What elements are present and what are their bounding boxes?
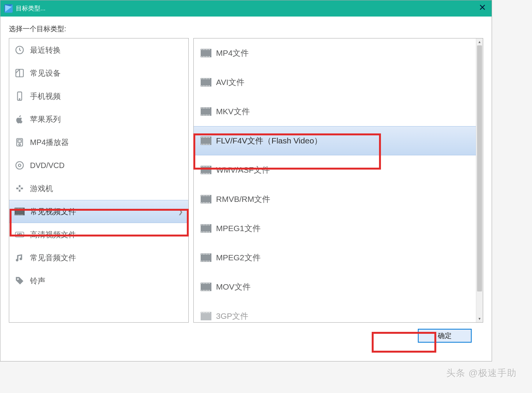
file-mkv[interactable]: MKV文件 [194,97,483,126]
svg-rect-77 [206,137,207,138]
tag-icon [15,276,25,286]
scroll-thumb[interactable] [477,45,482,291]
svg-rect-44 [206,56,207,57]
svg-rect-81 [203,144,204,145]
svg-rect-78 [208,137,208,138]
svg-rect-115 [204,225,205,225]
category-label: 常见音频文件 [30,253,76,263]
svg-rect-41 [201,56,202,57]
svg-rect-131 [209,254,210,255]
svg-rect-68 [203,115,204,115]
scroll-up-icon[interactable]: ▲ [476,38,483,45]
devices-icon [15,68,25,78]
scrollbar[interactable]: ▲ ▼ [476,38,483,322]
svg-rect-129 [206,254,207,255]
category-mp4player[interactable]: MP4播放器 [9,131,188,154]
svg-rect-64 [206,108,207,108]
player-icon [15,137,25,147]
file-label: MPEG1文件 [216,223,261,234]
svg-rect-60 [201,107,211,116]
svg-rect-156 [208,312,208,313]
category-label: 铃声 [30,276,45,286]
svg-rect-75 [203,137,204,138]
svg-rect-83 [206,144,207,145]
svg-rect-139 [201,283,202,284]
svg-rect-37 [204,49,205,50]
svg-rect-155 [206,312,207,313]
file-label: MPEG2文件 [216,252,261,263]
phone-icon [15,91,25,101]
svg-rect-57 [206,85,207,86]
svg-rect-92 [209,166,210,167]
svg-rect-146 [203,290,204,291]
category-recent[interactable]: 最近转换 [9,38,188,62]
svg-rect-112 [201,224,211,233]
svg-rect-94 [203,173,204,174]
svg-rect-122 [206,231,207,232]
file-label: MOV文件 [216,281,251,292]
svg-point-33 [17,278,19,280]
category-label: MP4播放器 [30,137,69,148]
file-mov[interactable]: MOV文件 [194,272,483,301]
file-wmv[interactable]: WMV/ASF文件 [194,155,483,185]
svg-rect-25 [15,214,16,215]
file-rmvb[interactable]: RMVB/RM文件 [194,185,483,214]
svg-rect-144 [209,283,210,284]
category-game[interactable]: 游戏机 [9,177,188,200]
svg-rect-48 [201,78,202,79]
svg-rect-28 [20,214,20,215]
svg-rect-76 [204,137,205,138]
category-devices[interactable]: 常见设备 [9,62,188,85]
hd-icon: HD [15,230,25,240]
svg-rect-84 [208,144,208,145]
category-ringtone[interactable]: 铃声 [9,269,188,292]
file-label: MP4文件 [216,48,249,58]
category-hd[interactable]: HD 高清视频文件 [9,223,188,246]
category-label: 常见视频文件 [30,206,76,217]
file-avi[interactable]: AVI文件 [194,68,483,97]
svg-rect-121 [204,231,205,232]
category-apple[interactable]: 苹果系列 [9,108,188,131]
category-dvd[interactable]: DVD/VCD [9,154,188,177]
file-mpeg1[interactable]: MPEG1文件 [194,214,483,243]
svg-rect-21 [18,208,19,209]
panes: 最近转换 常见设备 手机视频 [9,38,483,323]
category-audio[interactable]: 常见音频文件 [9,246,188,269]
content-area: 选择一个目标类型: 最近转换 常见设备 [0,17,492,347]
ok-button[interactable]: 确定 [418,329,472,343]
category-common-video[interactable]: 常见视频文件 ❯ [9,200,188,223]
svg-rect-24 [22,208,23,209]
file-flv[interactable]: FLV/F4V文件（Flash Video） [194,126,483,155]
svg-rect-62 [203,108,204,108]
svg-rect-39 [208,49,208,50]
svg-rect-111 [209,202,210,203]
footer: 确定 [9,323,483,343]
file-label: FLV/F4V文件（Flash Video） [216,135,322,146]
app-icon [4,4,13,13]
svg-rect-22 [20,208,20,209]
svg-rect-101 [203,195,204,196]
svg-rect-35 [201,49,202,50]
file-label: MKV文件 [216,106,250,117]
svg-rect-98 [209,173,210,174]
scroll-down-icon[interactable]: ▼ [476,315,483,322]
svg-rect-117 [208,225,208,225]
music-icon [15,253,25,263]
file-mpeg2[interactable]: MPEG2文件 [194,243,483,272]
svg-point-4 [19,99,20,100]
svg-rect-150 [209,290,210,291]
film-icon [15,206,25,216]
close-button[interactable] [476,2,489,13]
category-phone[interactable]: 手机视频 [9,85,188,108]
svg-rect-71 [208,115,208,115]
svg-rect-151 [201,312,211,320]
svg-rect-114 [203,225,204,225]
category-label: 游戏机 [30,183,53,194]
category-label: 手机视频 [30,91,61,102]
film-icon [201,166,211,174]
file-3gp[interactable]: 3GP文件 [194,301,483,323]
svg-rect-124 [209,231,210,232]
category-label: 高清视频文件 [30,230,76,240]
svg-rect-99 [201,195,211,203]
file-mp4[interactable]: MP4文件 [194,38,483,68]
